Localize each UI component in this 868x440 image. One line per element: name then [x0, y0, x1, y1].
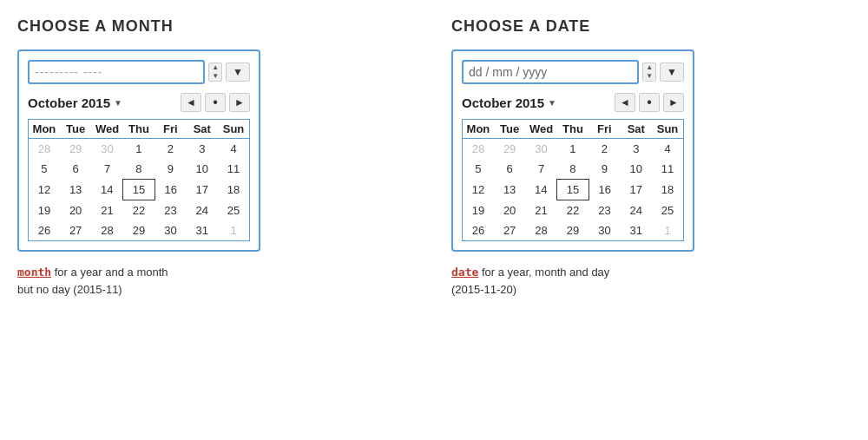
date-spinner-up-icon[interactable]: ▲	[643, 63, 655, 72]
list-item[interactable]: 12	[463, 180, 494, 200]
list-item[interactable]: 1	[123, 139, 155, 160]
list-item[interactable]: 5	[29, 159, 60, 180]
list-item[interactable]: 6	[494, 159, 525, 180]
list-item[interactable]: 2	[155, 139, 186, 160]
list-item[interactable]: 12	[29, 180, 60, 200]
list-item[interactable]: 1	[652, 220, 683, 241]
month-calendar-grid: Mon Tue Wed Thu Fri Sat Sun 282930123456…	[28, 119, 250, 241]
month-dropdown-button[interactable]: ▼	[226, 62, 250, 82]
list-item[interactable]: 22	[557, 200, 589, 221]
list-item[interactable]: 26	[29, 220, 60, 241]
date-header-sun: Sun	[652, 120, 683, 139]
list-item[interactable]: 20	[494, 200, 525, 221]
list-item[interactable]: 8	[123, 159, 155, 180]
date-month-label[interactable]: October 2015 ▼	[462, 95, 556, 110]
list-item[interactable]: 14	[91, 180, 122, 200]
list-item[interactable]: 16	[155, 180, 186, 200]
list-item[interactable]: 29	[60, 139, 91, 160]
date-spinner-down-icon[interactable]: ▼	[643, 72, 655, 81]
list-item[interactable]: 28	[463, 139, 494, 160]
list-item[interactable]: 7	[525, 159, 556, 180]
date-next-button[interactable]: ►	[663, 93, 684, 112]
list-item[interactable]: 2	[589, 139, 620, 160]
list-item[interactable]: 19	[463, 200, 494, 221]
list-item[interactable]: 3	[621, 139, 652, 160]
date-label-arrow: ▼	[548, 98, 556, 108]
month-prev-button[interactable]: ◄	[181, 93, 201, 112]
list-item[interactable]: 31	[621, 220, 652, 241]
list-item[interactable]: 31	[187, 220, 218, 241]
list-item[interactable]: 21	[91, 200, 122, 221]
list-item[interactable]: 29	[123, 220, 155, 241]
list-item[interactable]: 6	[60, 159, 91, 180]
list-item[interactable]: 13	[60, 180, 91, 200]
list-item[interactable]: 1	[218, 220, 249, 241]
list-item[interactable]: 19	[29, 200, 60, 221]
date-prev-button[interactable]: ◄	[615, 93, 635, 112]
list-item[interactable]: 4	[652, 139, 683, 160]
date-dropdown-button[interactable]: ▼	[660, 62, 684, 82]
list-item[interactable]: 17	[187, 180, 218, 200]
list-item[interactable]: 4	[218, 139, 249, 160]
month-caption-keyword: month	[17, 266, 51, 279]
list-item[interactable]: 24	[187, 200, 218, 221]
list-item[interactable]: 28	[525, 220, 556, 241]
list-item[interactable]: 30	[155, 220, 186, 241]
list-item[interactable]: 7	[91, 159, 122, 180]
list-item[interactable]: 25	[218, 200, 249, 221]
list-item[interactable]: 9	[155, 159, 186, 180]
list-item[interactable]: 27	[60, 220, 91, 241]
month-spinner[interactable]: ▲ ▼	[208, 62, 222, 82]
list-item[interactable]: 30	[525, 139, 556, 160]
date-spinner[interactable]: ▲ ▼	[642, 62, 656, 82]
list-item[interactable]: 1	[557, 139, 589, 160]
list-item[interactable]: 11	[652, 159, 683, 180]
list-item[interactable]: 25	[652, 200, 683, 221]
list-item[interactable]: 15	[557, 180, 589, 200]
list-item[interactable]: 24	[621, 200, 652, 221]
list-item[interactable]: 29	[494, 139, 525, 160]
list-item[interactable]: 11	[218, 159, 249, 180]
list-item[interactable]: 10	[621, 159, 652, 180]
list-item[interactable]: 30	[91, 139, 122, 160]
list-item[interactable]: 29	[557, 220, 589, 241]
month-label-arrow: ▼	[114, 98, 122, 108]
list-item[interactable]: 22	[123, 200, 155, 221]
list-item[interactable]: 16	[589, 180, 620, 200]
list-item[interactable]: 18	[652, 180, 683, 200]
list-item[interactable]: 8	[557, 159, 589, 180]
month-today-button[interactable]: •	[205, 93, 226, 112]
list-item[interactable]: 28	[91, 220, 122, 241]
list-item[interactable]: 20	[60, 200, 91, 221]
list-item[interactable]: 23	[155, 200, 186, 221]
list-item[interactable]: 3	[187, 139, 218, 160]
table-row: 2627282930311	[463, 220, 684, 241]
list-item[interactable]: 5	[463, 159, 494, 180]
month-month-label[interactable]: October 2015 ▼	[28, 95, 122, 110]
list-item[interactable]: 15	[123, 180, 155, 200]
list-item[interactable]: 21	[525, 200, 556, 221]
date-caption: date for a year, month and day(2015-11-2…	[451, 264, 851, 298]
list-item[interactable]: 9	[589, 159, 620, 180]
list-item[interactable]: 27	[494, 220, 525, 241]
list-item[interactable]: 10	[187, 159, 218, 180]
month-nav-row: October 2015 ▼ ◄ • ►	[28, 93, 250, 112]
month-nav-buttons: ◄ • ►	[181, 93, 250, 112]
month-date-input[interactable]	[28, 60, 205, 84]
list-item[interactable]: 26	[463, 220, 494, 241]
month-header-sat: Sat	[187, 120, 218, 139]
month-next-button[interactable]: ►	[229, 93, 250, 112]
date-caption-keyword: date	[451, 266, 478, 279]
list-item[interactable]: 13	[494, 180, 525, 200]
list-item[interactable]: 30	[589, 220, 620, 241]
month-header-wed: Wed	[91, 120, 122, 139]
date-today-button[interactable]: •	[639, 93, 660, 112]
spinner-up-icon[interactable]: ▲	[209, 63, 221, 72]
list-item[interactable]: 14	[525, 180, 556, 200]
list-item[interactable]: 28	[29, 139, 60, 160]
date-date-input[interactable]	[462, 60, 639, 84]
list-item[interactable]: 17	[621, 180, 652, 200]
list-item[interactable]: 18	[218, 180, 249, 200]
spinner-down-icon[interactable]: ▼	[209, 72, 221, 81]
list-item[interactable]: 23	[589, 200, 620, 221]
